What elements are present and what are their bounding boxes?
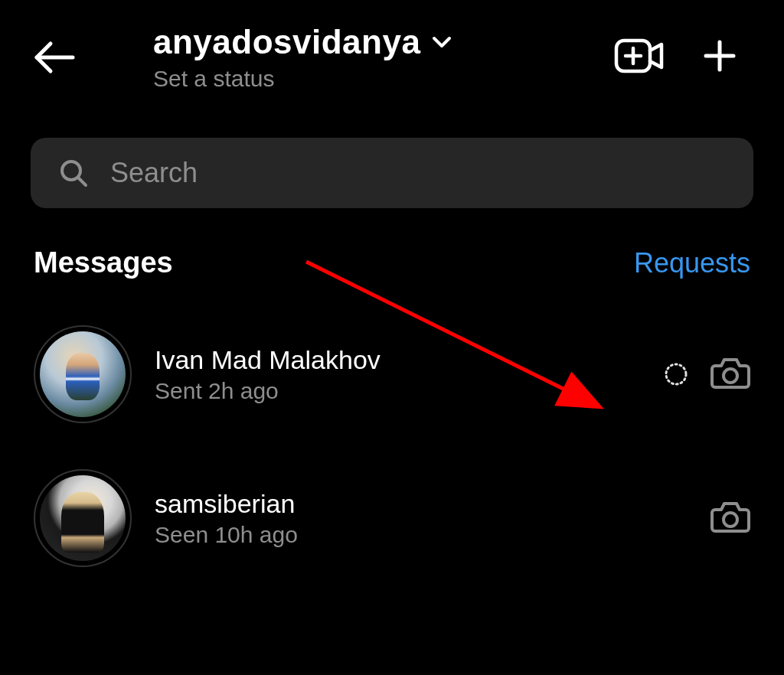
search-input[interactable]: Search xyxy=(31,138,753,208)
video-plus-icon xyxy=(614,37,665,75)
username-label: anyadosvidanya xyxy=(153,23,420,61)
requests-link[interactable]: Requests xyxy=(634,247,750,279)
video-call-button[interactable] xyxy=(614,37,665,78)
camera-icon xyxy=(710,499,750,534)
message-name: samsiberian xyxy=(155,489,688,519)
avatar-image xyxy=(40,331,126,417)
svg-point-3 xyxy=(724,369,737,383)
back-button[interactable] xyxy=(31,39,92,76)
svg-point-2 xyxy=(666,364,686,384)
search-icon xyxy=(58,158,89,188)
account-title-block[interactable]: anyadosvidanya Set a status xyxy=(92,23,614,92)
avatar-image xyxy=(40,475,126,561)
camera-button[interactable] xyxy=(710,355,750,393)
avatar[interactable] xyxy=(34,469,132,567)
status-prompt[interactable]: Set a status xyxy=(153,66,614,92)
message-list: Ivan Mad Malakhov Sent 2h ago samsiberia… xyxy=(0,287,784,590)
svg-point-4 xyxy=(724,513,737,527)
disappearing-indicator xyxy=(663,361,689,387)
message-subtitle: Seen 10h ago xyxy=(155,522,688,548)
search-container: Search xyxy=(0,115,784,223)
header-actions xyxy=(614,37,753,78)
camera-button[interactable] xyxy=(710,499,750,537)
header-bar: anyadosvidanya Set a status xyxy=(0,0,784,115)
plus-icon xyxy=(701,38,738,74)
message-name: Ivan Mad Malakhov xyxy=(155,345,640,375)
search-placeholder: Search xyxy=(110,157,198,189)
message-actions xyxy=(710,499,750,537)
message-text-block: samsiberian Seen 10h ago xyxy=(155,489,688,548)
messages-tab[interactable]: Messages xyxy=(34,246,173,279)
message-actions xyxy=(663,355,750,393)
chevron-down-icon xyxy=(431,34,452,50)
avatar[interactable] xyxy=(34,325,132,423)
compose-button[interactable] xyxy=(701,38,738,77)
message-subtitle: Sent 2h ago xyxy=(155,378,640,404)
message-text-block: Ivan Mad Malakhov Sent 2h ago xyxy=(155,345,640,404)
message-item[interactable]: samsiberian Seen 10h ago xyxy=(28,446,756,590)
section-header: Messages Requests xyxy=(0,223,784,287)
message-item[interactable]: Ivan Mad Malakhov Sent 2h ago xyxy=(28,302,756,446)
dotted-circle-icon xyxy=(663,361,689,387)
camera-icon xyxy=(710,355,750,390)
back-arrow-icon xyxy=(31,39,77,76)
